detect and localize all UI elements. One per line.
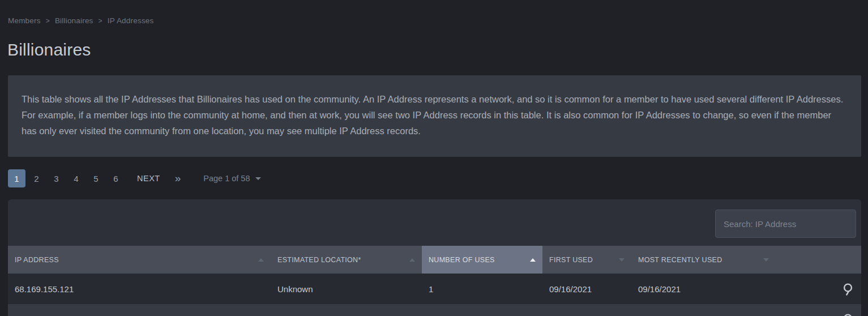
column-header-actions	[776, 246, 861, 274]
column-header-label: MOST RECENTLY USED	[638, 256, 722, 264]
page-button-4[interactable]: 4	[67, 169, 85, 187]
column-header-number-of-uses[interactable]: NUMBER OF USES	[422, 246, 542, 274]
column-header-most-recently-used[interactable]: MOST RECENTLY USED	[631, 246, 776, 274]
cell-first-used	[542, 304, 631, 316]
breadcrumb-separator: >	[46, 17, 50, 25]
column-header-label: ESTIMATED LOCATION*	[277, 256, 361, 264]
column-header-first-used[interactable]: FIRST USED	[542, 246, 631, 274]
search-input[interactable]	[715, 210, 856, 238]
sort-desc-icon	[619, 258, 625, 262]
breadcrumb: Members > Billionaires > IP Addresses	[8, 16, 154, 25]
cell-estimated-location	[271, 304, 422, 316]
info-box-text: This table shows all the IP Addresses th…	[22, 94, 843, 136]
sort-desc-icon	[763, 258, 769, 262]
page-button-1[interactable]: 1	[8, 169, 25, 187]
page-button-5[interactable]: 5	[87, 169, 105, 187]
cell-estimated-location: Unknown	[271, 274, 422, 304]
table-header-row: IP ADDRESS ESTIMATED LOCATION* NUMBER OF…	[8, 246, 861, 274]
page-button-3[interactable]: 3	[48, 169, 65, 187]
breadcrumb-item-billionaires[interactable]: Billionaires	[55, 16, 93, 25]
column-header-label: NUMBER OF USES	[429, 256, 495, 264]
sort-asc-icon	[258, 258, 264, 262]
last-page-icon[interactable]: »	[175, 172, 181, 185]
table-row	[8, 304, 861, 316]
page-title: Billionaires	[7, 40, 91, 59]
row-search-button[interactable]	[841, 283, 854, 296]
cell-actions	[776, 304, 861, 316]
sort-asc-icon	[409, 258, 415, 262]
page-status: Page 1 of 58	[203, 174, 250, 183]
page-button-6[interactable]: 6	[107, 169, 125, 187]
column-header-label: FIRST USED	[549, 256, 593, 264]
cell-number-of-uses: 1	[422, 274, 542, 304]
sort-asc-icon	[530, 258, 536, 262]
breadcrumb-item-ip-addresses[interactable]: IP Addresses	[108, 16, 154, 25]
cell-actions	[776, 274, 861, 304]
cell-most-recently-used: 09/16/2021	[631, 274, 776, 304]
info-box: This table shows all the IP Addresses th…	[8, 75, 861, 157]
chevron-down-icon	[255, 177, 261, 180]
cell-first-used: 09/16/2021	[542, 274, 631, 304]
page-jump-dropdown[interactable]: Page 1 of 58	[203, 174, 260, 183]
cell-most-recently-used	[631, 304, 776, 316]
column-header-estimated-location[interactable]: ESTIMATED LOCATION*	[271, 246, 422, 274]
cell-number-of-uses	[422, 304, 542, 316]
column-header-label: IP ADDRESS	[15, 256, 59, 264]
search-icon	[841, 283, 854, 296]
row-search-button[interactable]	[841, 313, 854, 316]
pagination: 1 2 3 4 5 6 NEXT » Page 1 of 58	[8, 169, 261, 187]
column-header-ip-address[interactable]: IP ADDRESS	[8, 246, 271, 274]
cell-ip-address	[8, 304, 271, 316]
breadcrumb-separator: >	[99, 17, 102, 25]
cell-ip-address: 68.169.155.121	[8, 274, 271, 304]
page-button-2[interactable]: 2	[28, 169, 45, 187]
breadcrumb-item-members[interactable]: Members	[8, 16, 41, 25]
next-page-button[interactable]: NEXT	[131, 169, 166, 187]
table-row: 68.169.155.121 Unknown 1 09/16/2021 09/1…	[8, 274, 861, 304]
ip-address-table: IP ADDRESS ESTIMATED LOCATION* NUMBER OF…	[8, 199, 861, 316]
search-icon	[841, 313, 854, 316]
